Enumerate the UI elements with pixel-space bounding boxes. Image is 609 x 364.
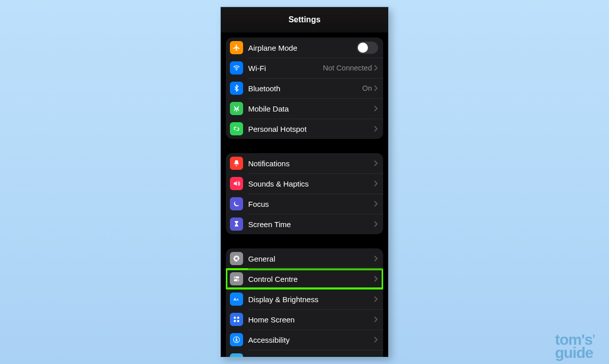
chevron-right-icon (374, 276, 378, 282)
row-label: Personal Hotspot (248, 125, 374, 133)
gear-icon (230, 252, 243, 265)
hourglass-icon (230, 217, 243, 231)
chevron-right-icon (374, 180, 378, 187)
row-mobile-data[interactable]: Mobile Data (226, 98, 383, 119)
svg-rect-11 (237, 320, 239, 322)
row-accessibility[interactable]: Accessibility (226, 330, 383, 350)
row-label: Bluetooth (248, 84, 362, 93)
row-screen-time[interactable]: Screen Time (226, 214, 383, 234)
chevron-right-icon (374, 65, 378, 71)
bell-icon (230, 157, 243, 170)
row-notifications[interactable]: Notifications (226, 153, 383, 173)
svg-text:A: A (236, 298, 239, 301)
person-icon (230, 333, 243, 346)
chevron-right-icon (374, 201, 378, 207)
row-focus[interactable]: Focus (226, 194, 383, 214)
row-home-screen[interactable]: Home Screen (226, 309, 383, 330)
row-label: Display & Brightness (248, 295, 374, 304)
row-label: Focus (248, 200, 374, 208)
svg-point-0 (236, 70, 237, 71)
antenna-icon (230, 102, 243, 115)
row-value: On (362, 84, 372, 92)
chevron-right-icon (374, 316, 378, 322)
svg-rect-9 (237, 317, 239, 319)
chevron-right-icon (374, 296, 378, 302)
svg-point-5 (237, 279, 239, 281)
text-aa-icon: AA (230, 293, 243, 306)
svg-rect-10 (234, 320, 236, 322)
link-icon (230, 122, 243, 135)
row-display-brightness[interactable]: AA Display & Brightness (226, 289, 383, 309)
chevron-right-icon (374, 221, 378, 227)
svg-text:A: A (233, 297, 236, 302)
grid-icon (230, 313, 243, 326)
row-label: Screen Time (248, 220, 374, 229)
row-sounds-haptics[interactable]: Sounds & Haptics (226, 173, 383, 194)
row-wifi[interactable]: Wi-Fi Not Connected (226, 58, 383, 78)
moon-icon (230, 197, 243, 210)
row-control-centre[interactable]: Control Centre (226, 269, 383, 289)
chevron-right-icon (374, 160, 378, 166)
settings-scroll[interactable]: Airplane Mode Wi-Fi Not Connected Blueto… (221, 32, 388, 357)
watermark-logo: tom's'tom's guide (555, 333, 595, 359)
chevron-right-icon (374, 337, 378, 343)
settings-group-system: General Control Centre AA Display & Brig… (226, 248, 383, 357)
row-bluetooth[interactable]: Bluetooth On (226, 78, 383, 98)
row-label: Mobile Data (248, 104, 374, 113)
row-label: Accessibility (248, 336, 374, 344)
row-personal-hotspot[interactable]: Personal Hotspot (226, 119, 383, 139)
flower-icon (230, 353, 243, 357)
chevron-right-icon (374, 105, 378, 112)
svg-point-3 (234, 277, 236, 278)
chevron-right-icon (374, 256, 378, 262)
row-airplane-mode[interactable]: Airplane Mode (226, 38, 383, 58)
phone-screenshot: Settings Airplane Mode Wi-Fi Not Connect… (221, 7, 388, 357)
wifi-icon (230, 61, 243, 75)
row-label: Sounds & Haptics (248, 179, 374, 188)
row-label: Airplane Mode (248, 44, 357, 52)
row-label: Notifications (248, 159, 374, 168)
row-wallpaper[interactable]: Wallpaper (226, 350, 383, 357)
settings-group-notifications: Notifications Sounds & Haptics Focus (226, 153, 383, 234)
row-value: Not Connected (323, 64, 372, 72)
row-label: General (248, 254, 374, 263)
row-label: Wallpaper (248, 356, 374, 357)
chevron-right-icon (374, 85, 378, 91)
sliders-icon (230, 272, 243, 285)
speaker-icon (230, 177, 243, 190)
svg-rect-8 (234, 317, 236, 319)
row-label: Control Centre (248, 275, 374, 283)
airplane-icon (230, 41, 243, 54)
settings-group-connectivity: Airplane Mode Wi-Fi Not Connected Blueto… (226, 38, 383, 139)
page-title: Settings (288, 15, 320, 24)
svg-point-13 (236, 338, 237, 339)
chevron-right-icon (374, 126, 378, 132)
bluetooth-icon (230, 82, 243, 95)
row-label: Wi-Fi (248, 64, 323, 72)
row-label: Home Screen (248, 315, 374, 324)
airplane-toggle[interactable] (357, 42, 378, 54)
navbar: Settings (221, 7, 388, 33)
row-general[interactable]: General (226, 248, 383, 269)
